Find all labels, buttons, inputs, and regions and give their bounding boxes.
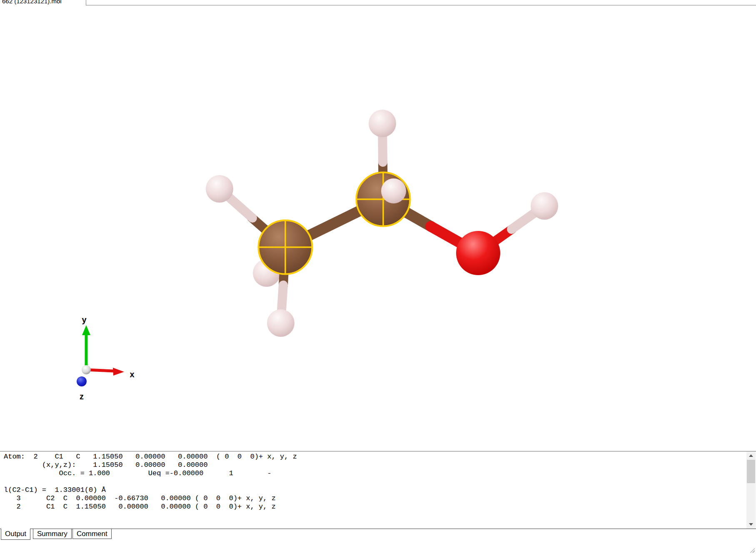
tab-summary[interactable]: Summary xyxy=(33,529,72,539)
axis-z-sphere xyxy=(77,376,87,386)
axis-y-arrowhead-icon xyxy=(82,325,90,335)
scroll-down-icon xyxy=(749,523,753,526)
scrollbar-thumb[interactable] xyxy=(747,460,755,483)
output-text: Atom: 2 C1 C 1.15050 0.00000 0.00000 ( 0… xyxy=(4,453,739,511)
orientation-axes: y x z xyxy=(77,315,135,401)
molecule-viewport[interactable]: y x z xyxy=(0,6,756,451)
file-tab[interactable]: 662 (123123121).mol xyxy=(0,0,86,5)
output-line: (x,y,z): 1.15050 0.00000 0.00000 xyxy=(4,461,739,469)
tab-comment[interactable]: Comment xyxy=(72,529,112,539)
axis-x-arrowhead-icon xyxy=(113,368,124,376)
axis-origin-sphere xyxy=(82,365,91,374)
atom-o-sphere[interactable] xyxy=(456,231,500,275)
file-tab-bar: 662 (123123121).mol xyxy=(0,0,756,5)
file-tab-label: 662 (123123121).mol xyxy=(0,0,86,5)
atom-h-left-sphere[interactable] xyxy=(206,175,233,203)
atom-h-bottom-sphere[interactable] xyxy=(267,309,294,337)
atom-h-top-sphere[interactable] xyxy=(369,110,396,137)
bottom-strip xyxy=(0,540,756,554)
output-line: Atom: 2 C1 C 1.15050 0.00000 0.00000 ( 0… xyxy=(4,453,739,461)
tab-output[interactable]: Output xyxy=(1,529,30,540)
scrollbar-up-button[interactable] xyxy=(746,451,756,460)
axis-z-label: z xyxy=(80,392,84,401)
axis-y-label: y xyxy=(82,315,87,324)
viewport-canvas[interactable]: y x z xyxy=(0,6,756,451)
atom-h-front-sphere[interactable] xyxy=(381,178,406,203)
output-scrollbar[interactable] xyxy=(746,451,756,529)
axis-x-label: x xyxy=(130,370,134,379)
output-line: Occ. = 1.000 Ueq =-0.00000 1 - xyxy=(4,469,739,478)
output-line: 3 C2 C 0.00000 -0.66730 0.00000 ( 0 0 0)… xyxy=(4,494,739,503)
output-line xyxy=(4,478,739,486)
resize-grip[interactable] xyxy=(749,547,755,553)
output-line: 2 C1 C 1.15050 0.00000 0.00000 ( 0 0 0)+… xyxy=(4,503,739,511)
atom-h-hydroxyl-sphere[interactable] xyxy=(531,192,558,220)
output-line: l(C2-C1) = 1.33001(0) Å xyxy=(4,486,739,494)
scrollbar-down-button[interactable] xyxy=(746,520,756,529)
molecule-model[interactable] xyxy=(206,110,558,337)
output-panel: Atom: 2 C1 C 1.15050 0.00000 0.00000 ( 0… xyxy=(0,451,756,529)
scroll-up-icon xyxy=(749,454,753,457)
bottom-tab-bar: Output Summary Comment xyxy=(0,529,756,540)
